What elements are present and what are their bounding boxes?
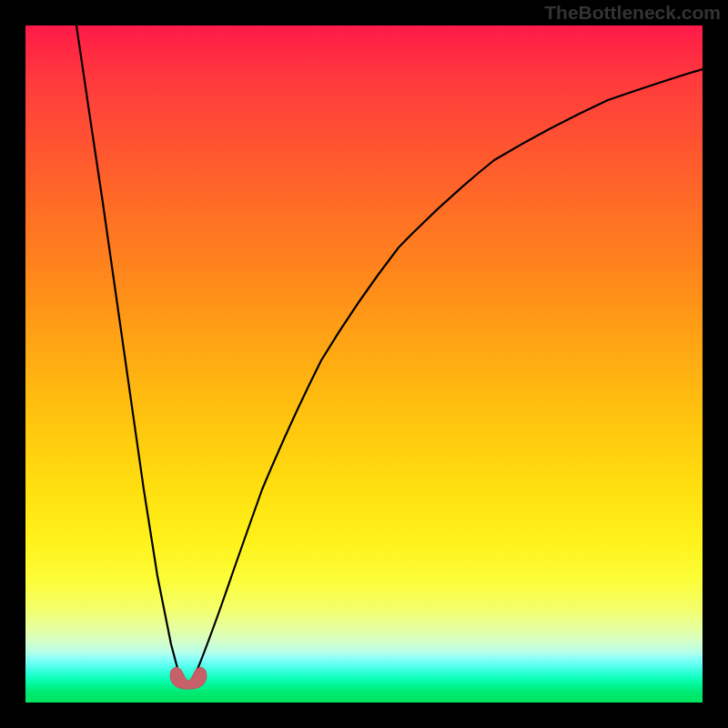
minimum-marker xyxy=(168,664,208,690)
curve-right-branch xyxy=(189,69,703,684)
curve-layer xyxy=(25,25,703,703)
curve-left-branch xyxy=(76,25,186,684)
plot-area xyxy=(25,25,703,703)
watermark-text: TheBottleneck.com xyxy=(544,2,721,24)
